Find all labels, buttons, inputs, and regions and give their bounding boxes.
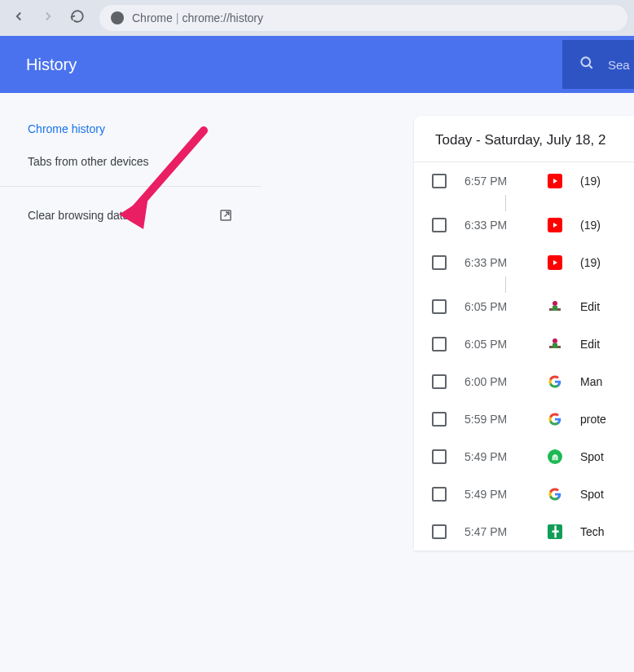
row-time: 5:47 PM bbox=[464, 525, 530, 538]
date-header: Today - Saturday, July 18, 2 bbox=[414, 116, 634, 162]
youtube-favicon-icon bbox=[548, 255, 562, 270]
svg-point-0 bbox=[581, 57, 590, 66]
row-title: Edit bbox=[580, 338, 600, 351]
address-bar[interactable]: Chrome|chrome://history bbox=[99, 5, 627, 31]
row-title: Man bbox=[580, 375, 602, 388]
other-favicon-icon bbox=[548, 449, 562, 464]
browser-toolbar: Chrome|chrome://history bbox=[0, 0, 634, 36]
google-favicon-icon bbox=[548, 487, 562, 502]
reload-icon bbox=[70, 9, 85, 27]
row-checkbox[interactable] bbox=[432, 218, 447, 232]
history-row[interactable]: 6:33 PM(19) bbox=[414, 206, 634, 244]
sidebar-item-label: Chrome history bbox=[28, 122, 105, 135]
row-checkbox[interactable] bbox=[432, 174, 447, 188]
history-row[interactable]: 6:05 PMEdit bbox=[414, 288, 634, 325]
svg-rect-6 bbox=[557, 308, 561, 311]
row-checkbox[interactable] bbox=[432, 524, 447, 539]
external-link-icon bbox=[218, 208, 233, 223]
row-title: Spot bbox=[580, 488, 604, 501]
page-title: History bbox=[26, 55, 77, 74]
svg-rect-8 bbox=[553, 343, 557, 348]
row-time: 5:59 PM bbox=[464, 413, 530, 426]
youtube-favicon-icon bbox=[548, 218, 562, 232]
sidebar-item-clear-browsing-data[interactable]: Clear browsing data bbox=[0, 198, 261, 232]
row-title: (19) bbox=[580, 219, 601, 232]
row-checkbox[interactable] bbox=[432, 255, 447, 270]
row-checkbox[interactable] bbox=[432, 337, 447, 351]
svg-point-3 bbox=[553, 301, 557, 306]
site-favicon-icon bbox=[548, 299, 562, 314]
omnibox-app-label: Chrome|chrome://history bbox=[132, 11, 263, 24]
sidebar-item-tabs-other-devices[interactable]: Tabs from other devices bbox=[0, 145, 261, 178]
youtube-favicon-icon bbox=[548, 174, 562, 188]
row-time: 6:33 PM bbox=[464, 256, 530, 269]
back-arrow-icon bbox=[11, 9, 26, 28]
search-history-box[interactable]: Sea bbox=[562, 40, 634, 89]
row-time: 6:33 PM bbox=[464, 219, 530, 232]
history-row[interactable]: 5:49 PMSpot bbox=[414, 438, 634, 475]
sidebar-item-label: Clear browsing data bbox=[28, 209, 130, 222]
sidebar-item-chrome-history[interactable]: Chrome history bbox=[0, 113, 261, 145]
reload-button[interactable] bbox=[65, 6, 90, 30]
history-list: 6:57 PM(19)6:33 PM(19)6:33 PM(19)6:05 PM… bbox=[414, 162, 634, 550]
row-title: (19) bbox=[580, 256, 601, 269]
google-favicon-icon bbox=[548, 412, 562, 427]
history-row[interactable]: 5:59 PMprote bbox=[414, 400, 634, 438]
back-button[interactable] bbox=[7, 6, 31, 30]
history-panel: Today - Saturday, July 18, 2 6:57 PM(19)… bbox=[414, 116, 634, 550]
svg-rect-10 bbox=[557, 346, 561, 348]
svg-point-7 bbox=[553, 338, 557, 343]
svg-rect-9 bbox=[549, 346, 553, 348]
history-row[interactable]: 6:00 PMMan bbox=[414, 363, 634, 400]
row-title: Spot bbox=[580, 450, 604, 463]
forward-arrow-icon bbox=[41, 9, 55, 28]
svg-rect-5 bbox=[549, 308, 553, 311]
row-title: prote bbox=[580, 413, 606, 426]
sheets-favicon-icon bbox=[548, 524, 562, 539]
row-time: 5:49 PM bbox=[464, 488, 530, 501]
row-time: 6:05 PM bbox=[464, 338, 530, 351]
site-favicon-icon bbox=[548, 337, 562, 351]
row-checkbox[interactable] bbox=[432, 449, 447, 464]
forward-button[interactable] bbox=[36, 6, 60, 30]
search-icon bbox=[579, 55, 595, 74]
svg-line-1 bbox=[589, 65, 592, 69]
row-title: (19) bbox=[580, 175, 601, 188]
row-checkbox[interactable] bbox=[432, 299, 447, 314]
history-row[interactable]: 5:47 PMTech bbox=[414, 513, 634, 550]
row-title: Edit bbox=[580, 300, 600, 313]
sidebar-divider bbox=[0, 186, 261, 187]
row-time: 6:57 PM bbox=[464, 175, 530, 188]
row-checkbox[interactable] bbox=[432, 374, 447, 389]
row-checkbox[interactable] bbox=[432, 487, 447, 502]
google-favicon-icon bbox=[548, 374, 562, 389]
sidebar-item-label: Tabs from other devices bbox=[28, 155, 149, 168]
content-area: Chrome history Tabs from other devices C… bbox=[0, 93, 634, 550]
row-time: 6:05 PM bbox=[464, 300, 530, 313]
sidebar: Chrome history Tabs from other devices C… bbox=[0, 93, 261, 550]
row-time: 5:49 PM bbox=[464, 450, 530, 463]
search-placeholder-text: Sea bbox=[608, 58, 630, 72]
svg-rect-4 bbox=[553, 306, 557, 311]
row-checkbox[interactable] bbox=[432, 412, 447, 427]
app-header: History Sea bbox=[0, 36, 634, 93]
history-row[interactable]: 5:49 PMSpot bbox=[414, 475, 634, 513]
chrome-favicon-icon bbox=[111, 11, 124, 24]
row-title: Tech bbox=[580, 525, 605, 538]
row-time: 6:00 PM bbox=[464, 375, 530, 388]
history-row[interactable]: 6:05 PMEdit bbox=[414, 325, 634, 363]
